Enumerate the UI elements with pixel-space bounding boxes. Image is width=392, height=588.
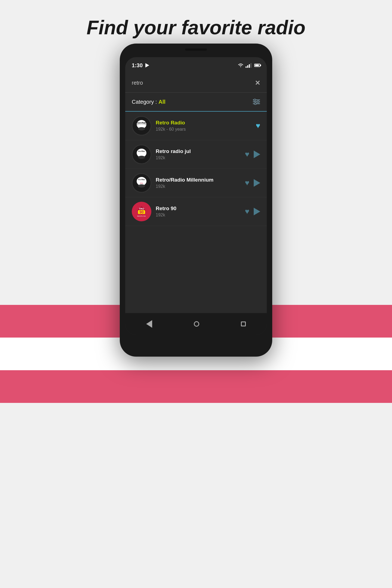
time-display: 1:30 [132, 62, 143, 69]
station-meta: 192k [156, 213, 240, 218]
svg-point-4 [257, 101, 259, 103]
status-icons [238, 63, 260, 68]
radio-item[interactable]: Retro-Radio Retro Radio 192k - 60 years … [125, 112, 267, 140]
svg-text:tro-Ras: tro-Ras [138, 179, 145, 180]
radio-info: Retro/Radio Millennium 192k [156, 177, 240, 189]
radio-actions: ♥ [256, 121, 260, 130]
svg-text:Retro-Radio: Retro-Radio [136, 122, 147, 124]
play-button[interactable] [254, 151, 260, 158]
status-bar: 1:30 [125, 57, 267, 74]
favorite-button[interactable]: ♥ [245, 179, 249, 187]
svg-text:tro-Ras: tro-Ras [138, 150, 145, 152]
svg-point-5 [255, 103, 256, 105]
station-name: Retro/Radio Millennium [156, 177, 240, 183]
recents-button[interactable] [241, 321, 246, 326]
svg-point-3 [254, 99, 256, 101]
bg-stripe-bottom [0, 370, 392, 403]
svg-text:BEDSTE FRA: BEDSTE FRA [137, 215, 146, 217]
station-name: Retro 90 [156, 206, 240, 212]
radio-logo: Retro-Radio [132, 116, 151, 136]
favorite-button[interactable]: ♥ [256, 121, 260, 130]
retro-jul-logo: tro-Ras [133, 145, 151, 163]
station-meta: 192k - 60 years [156, 127, 251, 132]
radio-info: Retro radio jul 192k [156, 148, 240, 160]
radio-item[interactable]: tro-Ras Millie Retro/Radio Millennium 19… [125, 169, 267, 197]
back-button[interactable] [146, 320, 152, 328]
radio-actions: ♥ [245, 150, 260, 159]
station-name: Retro radio jul [156, 148, 240, 154]
phone-frame: 1:30 [120, 44, 272, 357]
status-play-icon [145, 63, 149, 68]
search-input[interactable]: retro [132, 80, 255, 86]
station-meta: 192k [156, 155, 240, 160]
radio-list: Retro-Radio Retro Radio 192k - 60 years … [125, 112, 267, 335]
retro-radio-logo: Retro-Radio [133, 117, 151, 135]
svg-text:Millie: Millie [140, 182, 143, 184]
radio-logo: TRO 90 BEDSTE FRA [132, 202, 151, 221]
category-bar: Category : All [125, 93, 267, 112]
speaker [185, 48, 207, 51]
play-button[interactable] [254, 179, 260, 187]
radio-item[interactable]: TRO 90 BEDSTE FRA Retro 90 192k ♥ [125, 197, 267, 226]
retro90-logo: TRO 90 BEDSTE FRA [133, 203, 151, 220]
search-bar[interactable]: retro ✕ [125, 74, 267, 93]
favorite-button[interactable]: ♥ [245, 207, 249, 216]
favorite-button[interactable]: ♥ [245, 150, 249, 159]
wifi-icon [238, 63, 243, 68]
millennium-logo: tro-Ras Millie [133, 174, 151, 192]
radio-logo: tro-Ras Millie [132, 173, 151, 193]
radio-item[interactable]: tro-Ras Retro radio jul 192k ♥ [125, 140, 267, 169]
phone-screen: 1:30 [125, 57, 267, 335]
close-search-button[interactable]: ✕ [255, 79, 260, 87]
station-meta: 192k [156, 184, 240, 189]
battery-icon [254, 64, 260, 67]
radio-logo: tro-Ras [132, 145, 151, 164]
radio-info: Retro Radio 192k - 60 years [156, 120, 251, 132]
filter-icon[interactable] [253, 99, 260, 105]
home-button[interactable] [194, 321, 199, 327]
category-value[interactable]: All [158, 99, 166, 105]
radio-info: Retro 90 192k [156, 206, 240, 218]
page-title: Find your favorite radio [0, 16, 392, 39]
svg-point-18 [138, 184, 145, 188]
category-label: Category : [132, 99, 157, 105]
svg-text:90: 90 [139, 210, 144, 214]
signal-icon [246, 63, 252, 68]
svg-point-13 [138, 156, 145, 159]
status-time: 1:30 [132, 62, 149, 69]
radio-actions: ♥ [245, 207, 260, 216]
play-button[interactable] [254, 208, 260, 215]
bottom-nav [125, 313, 267, 335]
svg-point-9 [138, 127, 145, 130]
radio-actions: ♥ [245, 179, 260, 187]
station-name: Retro Radio [156, 120, 251, 126]
